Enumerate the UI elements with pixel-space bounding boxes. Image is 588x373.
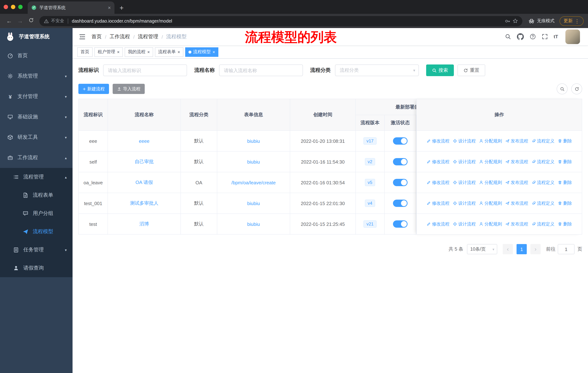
active-toggle[interactable] bbox=[393, 220, 408, 228]
process-definition-link[interactable]: 流程定义 bbox=[532, 179, 555, 186]
assign-rule-link[interactable]: 分配规则 bbox=[479, 179, 502, 186]
close-icon[interactable] bbox=[147, 50, 150, 54]
sidebar-item-process-form[interactable]: 流程表单 bbox=[0, 186, 73, 204]
active-toggle[interactable] bbox=[393, 137, 408, 145]
fullscreen-icon[interactable] bbox=[542, 33, 548, 40]
tag-home[interactable]: 首页 bbox=[77, 47, 93, 57]
publish-process-link[interactable]: 发布流程 bbox=[505, 221, 528, 227]
search-icon[interactable] bbox=[505, 33, 511, 40]
process-key-input[interactable] bbox=[103, 64, 187, 76]
delete-link[interactable]: 删除 bbox=[558, 138, 572, 144]
window-close-button[interactable] bbox=[4, 5, 8, 9]
create-process-button[interactable]: 新建流程 bbox=[78, 84, 109, 94]
process-name-link[interactable]: OA 请假 bbox=[136, 180, 153, 185]
page-number-button[interactable]: 1 bbox=[516, 244, 527, 254]
active-toggle[interactable] bbox=[393, 158, 408, 165]
delete-link[interactable]: 删除 bbox=[558, 159, 572, 165]
delete-link[interactable]: 删除 bbox=[558, 221, 572, 227]
forward-button[interactable] bbox=[15, 18, 25, 24]
github-icon[interactable] bbox=[517, 33, 524, 40]
process-name-link[interactable]: 滔博 bbox=[139, 221, 149, 227]
edit-process-link[interactable]: 修改流程 bbox=[427, 200, 450, 206]
sidebar-item-infra[interactable]: 基础设施 bbox=[0, 107, 73, 127]
window-minimize-button[interactable] bbox=[11, 5, 15, 9]
next-page-button[interactable] bbox=[530, 244, 541, 254]
sidebar-item-devtools[interactable]: 研发工具 bbox=[0, 127, 73, 148]
refresh-table-button[interactable] bbox=[571, 83, 582, 94]
category-select[interactable]: 流程分类 bbox=[335, 64, 419, 76]
browser-tab[interactable]: 芋道管理系统 bbox=[28, 1, 115, 14]
hamburger-icon[interactable] bbox=[78, 33, 86, 40]
sidebar-item-user-group[interactable]: 用户分组 bbox=[0, 204, 73, 222]
process-definition-link[interactable]: 流程定义 bbox=[532, 221, 555, 227]
window-zoom-button[interactable] bbox=[18, 5, 23, 9]
password-key-icon[interactable] bbox=[504, 18, 510, 24]
tag-my-process[interactable]: 我的流程 bbox=[125, 47, 153, 57]
active-toggle[interactable] bbox=[393, 200, 408, 207]
sidebar-item-home[interactable]: 首页 bbox=[0, 46, 73, 66]
reload-button[interactable] bbox=[26, 18, 36, 24]
menu-dots-icon[interactable] bbox=[575, 18, 580, 24]
sidebar-item-task-mgmt[interactable]: 任务管理 bbox=[0, 241, 73, 259]
breadcrumb-workflow[interactable]: 工作流程 bbox=[110, 33, 130, 40]
process-definition-link[interactable]: 流程定义 bbox=[532, 159, 555, 165]
process-name-input[interactable] bbox=[219, 64, 303, 76]
design-process-link[interactable]: 设计流程 bbox=[453, 221, 476, 227]
design-process-link[interactable]: 设计流程 bbox=[453, 179, 476, 186]
close-icon[interactable] bbox=[212, 50, 215, 54]
publish-process-link[interactable]: 发布流程 bbox=[505, 179, 528, 186]
form-info-link[interactable]: biubiu bbox=[247, 221, 260, 227]
sidebar-item-leave-query[interactable]: 请假查询 bbox=[0, 259, 73, 277]
form-info-link[interactable]: biubiu bbox=[247, 159, 260, 164]
help-icon[interactable] bbox=[529, 33, 536, 40]
sidebar-item-workflow[interactable]: 工作流程 bbox=[0, 148, 73, 168]
edit-process-link[interactable]: 修改流程 bbox=[427, 179, 450, 186]
font-size-icon[interactable] bbox=[554, 34, 558, 39]
process-name-link[interactable]: 自己审批 bbox=[135, 159, 154, 164]
back-button[interactable] bbox=[4, 18, 14, 24]
close-icon[interactable] bbox=[178, 50, 180, 54]
toggle-search-button[interactable] bbox=[557, 83, 567, 94]
design-process-link[interactable]: 设计流程 bbox=[453, 138, 476, 144]
edit-process-link[interactable]: 修改流程 bbox=[427, 138, 450, 144]
import-process-button[interactable]: 导入流程 bbox=[113, 84, 145, 94]
tag-process-form[interactable]: 流程表单 bbox=[155, 47, 183, 57]
bookmark-star-icon[interactable] bbox=[513, 18, 518, 24]
design-process-link[interactable]: 设计流程 bbox=[453, 159, 476, 165]
user-avatar[interactable] bbox=[565, 29, 580, 44]
tag-process-model[interactable]: 流程模型 bbox=[185, 47, 218, 57]
design-process-link[interactable]: 设计流程 bbox=[453, 200, 476, 206]
publish-process-link[interactable]: 发布流程 bbox=[505, 159, 528, 165]
assign-rule-link[interactable]: 分配规则 bbox=[479, 159, 502, 165]
new-tab-button[interactable] bbox=[120, 4, 124, 11]
assign-rule-link[interactable]: 分配规则 bbox=[479, 221, 502, 227]
sidebar-item-process-model[interactable]: 流程模型 bbox=[0, 222, 73, 241]
page-size-select[interactable]: 10条/页 bbox=[467, 244, 497, 254]
sidebar-item-payment[interactable]: 支付管理 bbox=[0, 86, 73, 107]
form-info-link[interactable]: biubiu bbox=[247, 138, 260, 144]
reset-button[interactable]: 重置 bbox=[458, 64, 485, 76]
search-button[interactable]: 搜索 bbox=[426, 64, 454, 76]
form-info-link[interactable]: biubiu bbox=[247, 201, 260, 206]
assign-rule-link[interactable]: 分配规则 bbox=[479, 200, 502, 206]
close-icon[interactable] bbox=[117, 50, 120, 54]
edit-process-link[interactable]: 修改流程 bbox=[427, 221, 450, 227]
url-bar[interactable]: 不安全 dashboard.yudao.iocoder.cn/bpm/manag… bbox=[39, 16, 522, 26]
process-definition-link[interactable]: 流程定义 bbox=[532, 138, 555, 144]
goto-page-input[interactable] bbox=[558, 244, 575, 254]
delete-link[interactable]: 删除 bbox=[558, 200, 572, 206]
breadcrumb-process-mgmt[interactable]: 流程管理 bbox=[138, 33, 158, 40]
publish-process-link[interactable]: 发布流程 bbox=[505, 138, 528, 144]
active-toggle[interactable] bbox=[393, 179, 408, 186]
update-button[interactable]: 更新 bbox=[560, 16, 584, 26]
assign-rule-link[interactable]: 分配规则 bbox=[479, 138, 502, 144]
breadcrumb-home[interactable]: 首页 bbox=[92, 33, 102, 40]
delete-link[interactable]: 删除 bbox=[558, 179, 572, 186]
app-logo[interactable]: 芋道管理系统 bbox=[0, 28, 73, 46]
process-name-link[interactable]: 测试多审批人 bbox=[130, 200, 158, 206]
form-info-link[interactable]: /bpm/oa/leave/create bbox=[231, 180, 276, 185]
edit-process-link[interactable]: 修改流程 bbox=[427, 159, 450, 165]
process-definition-link[interactable]: 流程定义 bbox=[532, 200, 555, 206]
process-name-link[interactable]: eeee bbox=[139, 138, 149, 144]
sidebar-item-system[interactable]: 系统管理 bbox=[0, 66, 73, 86]
